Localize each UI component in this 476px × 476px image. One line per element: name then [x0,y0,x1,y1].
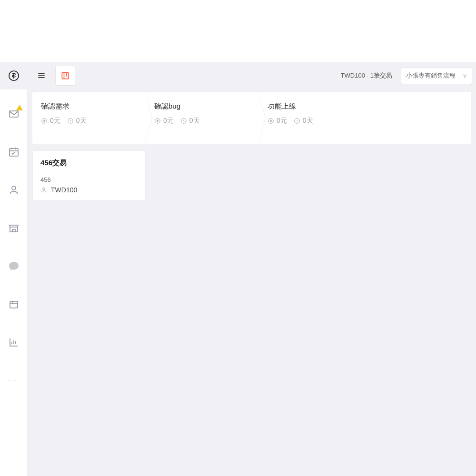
chart-icon [8,337,20,348]
stage-title: 確認需求 [41,102,137,111]
sidebar-item-contacts[interactable] [0,176,28,204]
sidebar-item-calendar[interactable] [0,138,28,166]
svg-rect-4 [10,301,18,308]
stage-column[interactable]: 確認bug 0元 0天 [146,92,259,144]
svg-rect-2 [10,149,18,156]
svg-rect-1 [10,111,18,117]
calendar-icon [8,146,20,158]
hamburger-icon [37,71,46,80]
clock-icon [294,118,300,124]
toolbar: TWD100 · 1筆交易 小張專有銷售流程 ∨ [28,62,476,89]
package-icon [8,298,20,310]
deal-amount-row: TWD100 [40,186,138,194]
person-icon [40,187,47,193]
stage-title: 確認bug [154,102,250,111]
stage-meta: 0元 0天 [154,117,250,125]
sidebar: ····· [0,62,28,476]
dollar-circle-icon [8,70,20,81]
chat-bubble-icon [8,260,20,272]
sidebar-item-chat[interactable] [0,252,28,280]
sidebar-item-mail[interactable] [0,100,28,128]
menu-toggle-button[interactable] [31,66,51,86]
stage-meta: 0元 0天 [41,117,137,125]
sidebar-item-reports[interactable] [0,328,28,356]
pipeline-stages: 確認需求 0元 0天 確認bug 0元 0天 功能上線 0元 0天 [32,92,471,144]
more-icon: ····· [8,377,19,384]
person-icon [8,184,20,196]
pipeline-select[interactable]: 小張專有銷售流程 ∨ [401,67,472,84]
money-icon [154,118,161,124]
main-area: TWD100 · 1筆交易 小張專有銷售流程 ∨ 確認需求 0元 0天 確認bu… [28,62,476,476]
kanban-view-button[interactable] [55,66,75,86]
pipeline-select-label: 小張專有銷售流程 [406,71,456,80]
sidebar-item-products[interactable] [0,290,28,318]
kanban-icon [60,71,70,80]
stage-column[interactable]: 確認需求 0元 0天 [32,92,146,144]
money-icon [268,118,274,124]
stage-title: 功能上線 [268,102,363,111]
svg-rect-5 [62,72,68,79]
clock-icon [67,118,74,124]
storefront-icon [8,222,20,234]
deals-lane: 456交易 456 TWD100 [32,150,471,201]
svg-point-12 [43,188,45,190]
sidebar-item-more[interactable]: ····· [0,367,28,394]
deal-amount: TWD100 [51,186,77,194]
deal-title: 456交易 [40,159,138,168]
money-icon [41,118,48,124]
stage-meta: 0元 0天 [268,117,363,125]
deal-contact: 456 [40,176,138,183]
sidebar-item-companies[interactable] [0,214,28,242]
sidebar-item-deals[interactable] [0,62,28,89]
chevron-down-icon: ∨ [463,72,467,79]
clock-icon [180,118,187,124]
svg-point-3 [12,186,16,190]
stage-column[interactable]: 功能上線 0元 0天 [259,92,372,144]
mail-alert-badge [16,105,23,110]
deal-card[interactable]: 456交易 456 TWD100 [32,150,146,201]
deals-summary: TWD100 · 1筆交易 [341,71,392,80]
